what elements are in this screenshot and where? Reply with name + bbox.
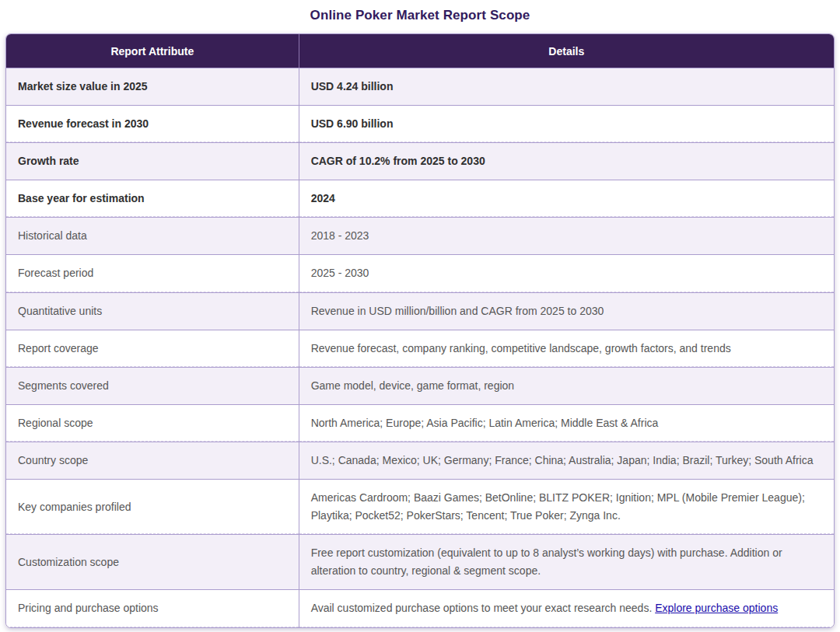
- details-cell: Revenue in USD million/billion and CAGR …: [299, 292, 834, 330]
- details-cell: Americas Cardroom; Baazi Games; BetOnlin…: [299, 479, 834, 534]
- details-cell: Free report customization (equivalent to…: [299, 534, 834, 589]
- table-row-base-year: Base year for estimation 2024: [6, 180, 834, 217]
- details-cell: 2018 - 2023: [299, 217, 834, 254]
- details-cell: U.S.; Canada; Mexico; UK; Germany; Franc…: [299, 442, 834, 479]
- page: Online Poker Market Report Scope Report …: [0, 0, 840, 632]
- table-row-historical-data: Historical data 2018 - 2023: [6, 217, 834, 254]
- column-header-details: Details: [299, 34, 834, 68]
- attribute-cell: Forecast period: [6, 254, 299, 292]
- details-cell: Game model, device, game format, region: [299, 367, 834, 404]
- table-row-customization-scope: Customization scope Free report customiz…: [6, 534, 834, 589]
- table-row-growth-rate: Growth rate CAGR of 10.2% from 2025 to 2…: [6, 142, 834, 180]
- table-row-regional-scope: Regional scope North America; Europe; As…: [6, 404, 834, 442]
- details-cell: 2024: [299, 180, 834, 217]
- report-scope-table: Report Attribute Details Market size val…: [5, 33, 835, 628]
- details-cell: USD 4.24 billion: [299, 68, 834, 105]
- details-cell: Avail customized purchase options to mee…: [299, 589, 834, 627]
- attribute-cell: Segments covered: [6, 367, 299, 404]
- details-cell: CAGR of 10.2% from 2025 to 2030: [299, 142, 834, 180]
- details-cell: North America; Europe; Asia Pacific; Lat…: [299, 404, 834, 442]
- attribute-cell: Country scope: [6, 442, 299, 479]
- attribute-cell: Report coverage: [6, 330, 299, 367]
- page-title: Online Poker Market Report Scope: [5, 8, 835, 23]
- table-row-key-companies: Key companies profiled Americas Cardroom…: [6, 479, 834, 534]
- explore-purchase-options-link[interactable]: Explore purchase options: [655, 602, 778, 614]
- table-row-pricing-options: Pricing and purchase options Avail custo…: [6, 589, 834, 627]
- details-cell: 2025 - 2030: [299, 254, 834, 292]
- attribute-cell: Market size value in 2025: [6, 68, 299, 105]
- attribute-cell: Growth rate: [6, 142, 299, 180]
- table-row-revenue-forecast: Revenue forecast in 2030 USD 6.90 billio…: [6, 105, 834, 142]
- column-header-attribute: Report Attribute: [6, 34, 299, 68]
- attribute-cell: Pricing and purchase options: [6, 589, 299, 627]
- details-cell: USD 6.90 billion: [299, 105, 834, 142]
- table-row-report-coverage: Report coverage Revenue forecast, compan…: [6, 330, 834, 367]
- attribute-cell: Historical data: [6, 217, 299, 254]
- table-row-quantitative-units: Quantitative units Revenue in USD millio…: [6, 292, 834, 330]
- attribute-cell: Customization scope: [6, 534, 299, 589]
- attribute-cell: Revenue forecast in 2030: [6, 105, 299, 142]
- details-text: Avail customized purchase options to mee…: [311, 602, 653, 614]
- table-header-row: Report Attribute Details: [6, 34, 834, 68]
- details-cell: Revenue forecast, company ranking, compe…: [299, 330, 834, 367]
- attribute-cell: Quantitative units: [6, 292, 299, 330]
- table-row-country-scope: Country scope U.S.; Canada; Mexico; UK; …: [6, 442, 834, 479]
- table-row-forecast-period: Forecast period 2025 - 2030: [6, 254, 834, 292]
- attribute-cell: Base year for estimation: [6, 180, 299, 217]
- table-row-market-size: Market size value in 2025 USD 4.24 billi…: [6, 68, 834, 105]
- table-row-segments-covered: Segments covered Game model, device, gam…: [6, 367, 834, 404]
- attribute-cell: Key companies profiled: [6, 479, 299, 534]
- attribute-cell: Regional scope: [6, 404, 299, 442]
